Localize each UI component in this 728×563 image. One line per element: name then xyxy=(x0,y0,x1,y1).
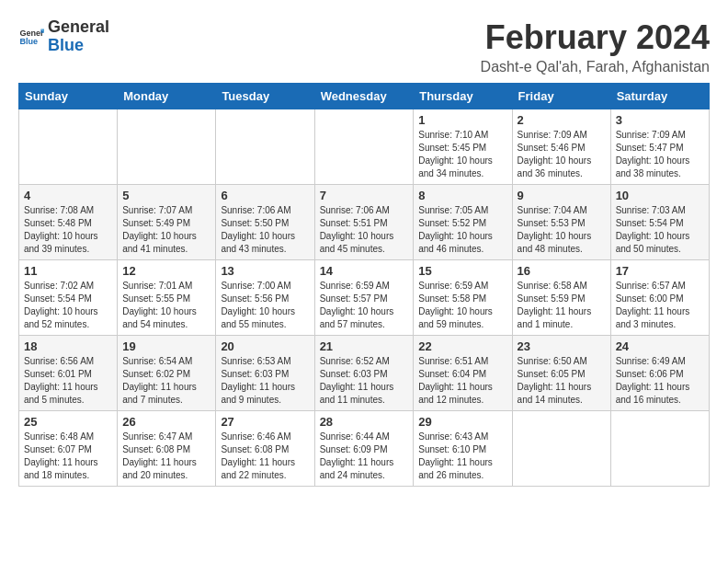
calendar-cell: 28Sunrise: 6:44 AMSunset: 6:09 PMDayligh… xyxy=(314,411,414,487)
day-info: Sunrise: 7:06 AMSunset: 5:50 PMDaylight:… xyxy=(221,204,309,256)
day-number: 6 xyxy=(221,189,309,202)
calendar-cell: 18Sunrise: 6:56 AMSunset: 6:01 PMDayligh… xyxy=(19,336,118,411)
day-info: Sunrise: 6:49 AMSunset: 6:06 PMDaylight:… xyxy=(616,355,704,407)
calendar-cell: 8Sunrise: 7:05 AMSunset: 5:52 PMDaylight… xyxy=(414,185,512,260)
day-number: 21 xyxy=(320,339,409,353)
calendar-cell: 6Sunrise: 7:06 AMSunset: 5:50 PMDaylight… xyxy=(216,185,314,260)
day-number: 14 xyxy=(320,264,409,278)
calendar-cell xyxy=(19,109,118,185)
day-info: Sunrise: 6:46 AMSunset: 6:08 PMDaylight:… xyxy=(221,431,309,482)
day-info: Sunrise: 7:01 AMSunset: 5:55 PMDaylight:… xyxy=(122,280,210,331)
calendar-cell xyxy=(314,109,414,185)
day-info: Sunrise: 6:53 AMSunset: 6:03 PMDaylight:… xyxy=(221,355,309,407)
day-number: 23 xyxy=(518,339,606,353)
calendar-cell: 9Sunrise: 7:04 AMSunset: 5:53 PMDaylight… xyxy=(512,185,610,260)
day-number: 2 xyxy=(518,113,606,127)
calendar-cell: 3Sunrise: 7:09 AMSunset: 5:47 PMDaylight… xyxy=(610,109,709,185)
title-section: February 2024 Dasht-e Qal'ah, Farah, Afg… xyxy=(481,18,710,75)
day-number: 19 xyxy=(122,339,210,353)
day-info: Sunrise: 7:08 AMSunset: 5:48 PMDaylight:… xyxy=(24,204,112,256)
calendar-week-row: 18Sunrise: 6:56 AMSunset: 6:01 PMDayligh… xyxy=(19,336,710,411)
day-number: 20 xyxy=(221,339,309,353)
day-info: Sunrise: 6:52 AMSunset: 6:03 PMDaylight:… xyxy=(320,355,409,407)
day-number: 24 xyxy=(616,339,704,353)
calendar-cell: 1Sunrise: 7:10 AMSunset: 5:45 PMDaylight… xyxy=(414,109,512,185)
calendar-cell xyxy=(512,411,610,487)
day-number: 1 xyxy=(418,113,506,127)
day-number: 25 xyxy=(24,415,112,429)
day-number: 18 xyxy=(24,339,112,353)
calendar-cell: 5Sunrise: 7:07 AMSunset: 5:49 PMDaylight… xyxy=(118,185,216,260)
day-info: Sunrise: 6:50 AMSunset: 6:05 PMDaylight:… xyxy=(518,355,606,407)
day-info: Sunrise: 6:51 AMSunset: 6:04 PMDaylight:… xyxy=(418,355,506,407)
calendar-cell xyxy=(610,411,709,487)
calendar-cell: 26Sunrise: 6:47 AMSunset: 6:08 PMDayligh… xyxy=(118,411,216,487)
calendar-cell: 7Sunrise: 7:06 AMSunset: 5:51 PMDaylight… xyxy=(314,185,414,260)
day-info: Sunrise: 6:56 AMSunset: 6:01 PMDaylight:… xyxy=(24,355,112,407)
day-info: Sunrise: 7:00 AMSunset: 5:56 PMDaylight:… xyxy=(221,280,309,331)
day-number: 22 xyxy=(418,339,506,353)
day-info: Sunrise: 7:09 AMSunset: 5:47 PMDaylight:… xyxy=(616,129,704,180)
day-info: Sunrise: 6:59 AMSunset: 5:58 PMDaylight:… xyxy=(418,280,506,331)
calendar-cell: 25Sunrise: 6:48 AMSunset: 6:07 PMDayligh… xyxy=(19,411,118,487)
calendar-cell: 27Sunrise: 6:46 AMSunset: 6:08 PMDayligh… xyxy=(216,411,314,487)
day-number: 3 xyxy=(616,113,704,127)
day-number: 9 xyxy=(518,189,606,202)
weekday-header-monday: Monday xyxy=(118,84,216,109)
day-number: 4 xyxy=(24,189,112,202)
logo-icon: General Blue xyxy=(18,24,44,50)
day-number: 17 xyxy=(616,264,704,278)
svg-text:Blue: Blue xyxy=(19,37,38,46)
day-info: Sunrise: 6:43 AMSunset: 6:10 PMDaylight:… xyxy=(418,431,506,482)
calendar-cell: 2Sunrise: 7:09 AMSunset: 5:46 PMDaylight… xyxy=(512,109,610,185)
day-info: Sunrise: 6:59 AMSunset: 5:57 PMDaylight:… xyxy=(320,280,409,331)
calendar-cell: 12Sunrise: 7:01 AMSunset: 5:55 PMDayligh… xyxy=(118,260,216,336)
day-number: 13 xyxy=(221,264,309,278)
day-number: 7 xyxy=(320,189,409,202)
day-info: Sunrise: 6:47 AMSunset: 6:08 PMDaylight:… xyxy=(122,431,210,482)
day-number: 28 xyxy=(320,415,409,429)
logo-text: General Blue xyxy=(48,18,109,55)
calendar-week-row: 4Sunrise: 7:08 AMSunset: 5:48 PMDaylight… xyxy=(19,185,710,260)
day-number: 5 xyxy=(122,189,210,202)
calendar-cell: 21Sunrise: 6:52 AMSunset: 6:03 PMDayligh… xyxy=(314,336,414,411)
day-info: Sunrise: 7:10 AMSunset: 5:45 PMDaylight:… xyxy=(418,129,506,180)
svg-text:General: General xyxy=(19,28,44,37)
calendar-cell: 13Sunrise: 7:00 AMSunset: 5:56 PMDayligh… xyxy=(216,260,314,336)
page-header: General Blue General Blue February 2024 … xyxy=(18,18,710,75)
day-number: 27 xyxy=(221,415,309,429)
day-info: Sunrise: 7:07 AMSunset: 5:49 PMDaylight:… xyxy=(122,204,210,256)
day-info: Sunrise: 7:06 AMSunset: 5:51 PMDaylight:… xyxy=(320,204,409,256)
calendar-cell: 20Sunrise: 6:53 AMSunset: 6:03 PMDayligh… xyxy=(216,336,314,411)
logo: General Blue General Blue xyxy=(18,18,109,55)
day-info: Sunrise: 7:02 AMSunset: 5:54 PMDaylight:… xyxy=(24,280,112,331)
weekday-header-tuesday: Tuesday xyxy=(216,84,314,109)
calendar-cell: 15Sunrise: 6:59 AMSunset: 5:58 PMDayligh… xyxy=(414,260,512,336)
calendar-cell: 16Sunrise: 6:58 AMSunset: 5:59 PMDayligh… xyxy=(512,260,610,336)
day-info: Sunrise: 7:09 AMSunset: 5:46 PMDaylight:… xyxy=(518,129,606,180)
weekday-header-sunday: Sunday xyxy=(19,84,118,109)
weekday-header-thursday: Thursday xyxy=(414,84,512,109)
day-number: 8 xyxy=(418,189,506,202)
calendar-cell: 17Sunrise: 6:57 AMSunset: 6:00 PMDayligh… xyxy=(610,260,709,336)
day-info: Sunrise: 7:04 AMSunset: 5:53 PMDaylight:… xyxy=(518,204,606,256)
calendar-cell: 4Sunrise: 7:08 AMSunset: 5:48 PMDaylight… xyxy=(19,185,118,260)
day-number: 26 xyxy=(122,415,210,429)
calendar-cell: 22Sunrise: 6:51 AMSunset: 6:04 PMDayligh… xyxy=(414,336,512,411)
day-info: Sunrise: 7:05 AMSunset: 5:52 PMDaylight:… xyxy=(418,204,506,256)
day-number: 16 xyxy=(518,264,606,278)
calendar-week-row: 25Sunrise: 6:48 AMSunset: 6:07 PMDayligh… xyxy=(19,411,710,487)
day-info: Sunrise: 7:03 AMSunset: 5:54 PMDaylight:… xyxy=(616,204,704,256)
day-info: Sunrise: 6:54 AMSunset: 6:02 PMDaylight:… xyxy=(122,355,210,407)
calendar-cell: 10Sunrise: 7:03 AMSunset: 5:54 PMDayligh… xyxy=(610,185,709,260)
weekday-header-wednesday: Wednesday xyxy=(314,84,414,109)
calendar-table: SundayMondayTuesdayWednesdayThursdayFrid… xyxy=(18,83,710,487)
weekday-header-row: SundayMondayTuesdayWednesdayThursdayFrid… xyxy=(19,84,710,109)
day-number: 29 xyxy=(418,415,506,429)
weekday-header-saturday: Saturday xyxy=(610,84,709,109)
day-number: 15 xyxy=(418,264,506,278)
day-info: Sunrise: 6:48 AMSunset: 6:07 PMDaylight:… xyxy=(24,431,112,482)
calendar-cell xyxy=(118,109,216,185)
calendar-cell: 23Sunrise: 6:50 AMSunset: 6:05 PMDayligh… xyxy=(512,336,610,411)
day-info: Sunrise: 6:58 AMSunset: 5:59 PMDaylight:… xyxy=(518,280,606,331)
